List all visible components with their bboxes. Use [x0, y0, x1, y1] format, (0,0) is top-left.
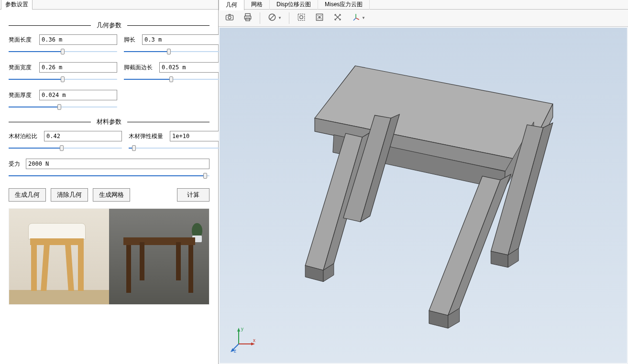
- screenshot-button[interactable]: [221, 11, 238, 25]
- svg-line-6: [270, 15, 275, 20]
- slider-poisson[interactable]: [9, 144, 122, 152]
- input-seat-width[interactable]: [39, 62, 117, 73]
- svg-line-11: [356, 18, 359, 20]
- reference-image-stool-1: [9, 209, 109, 304]
- input-seat-thickness[interactable]: [39, 90, 117, 100]
- crossed-arrows-icon: [333, 12, 342, 23]
- slider-seat-thickness[interactable]: [9, 103, 117, 111]
- circle-slash-icon: [267, 12, 277, 23]
- reference-images: [9, 208, 209, 305]
- svg-rect-7: [298, 14, 304, 20]
- axis-icon: [351, 12, 361, 23]
- zoom-region-icon: [297, 12, 306, 23]
- input-force[interactable]: [26, 159, 209, 169]
- label-seat-thickness: 凳面厚度: [9, 91, 36, 99]
- label-leg-length: 脚长: [124, 36, 139, 44]
- reference-image-stool-2: [109, 209, 209, 304]
- input-poisson[interactable]: [44, 131, 122, 141]
- label-seat-width: 凳面宽度: [9, 64, 36, 72]
- section-label-geometry: 几何参数: [91, 21, 127, 30]
- generate-geometry-button[interactable]: 生成几何: [9, 188, 46, 202]
- svg-line-12: [353, 18, 356, 21]
- label-seat-length: 凳面长度: [9, 36, 36, 44]
- fit-view-button[interactable]: [311, 11, 328, 25]
- svg-text:z: z: [234, 348, 236, 353]
- camera-icon: [225, 12, 234, 23]
- tab-mises[interactable]: Mises应力云图: [318, 0, 370, 10]
- pan-button[interactable]: [330, 11, 346, 25]
- compute-button[interactable]: 计算: [177, 188, 209, 202]
- settings-tab-row: 参数设置: [0, 0, 218, 10]
- section-label-material: 材料参数: [91, 118, 127, 126]
- settings-body: 几何参数 凳面长度 脚长: [0, 10, 218, 310]
- axis-view-button[interactable]: ▼: [348, 11, 369, 25]
- print-button[interactable]: [240, 11, 256, 25]
- chevron-down-icon: ▼: [362, 16, 365, 20]
- label-poisson: 木材泊松比: [9, 132, 41, 140]
- model-stool: [220, 28, 627, 363]
- zoom-region-button[interactable]: [293, 11, 309, 25]
- label-youngs: 木材弹性模量: [129, 132, 167, 140]
- svg-text:y: y: [241, 326, 243, 332]
- svg-point-1: [228, 16, 231, 19]
- tab-geometry[interactable]: 几何: [219, 0, 244, 11]
- slider-seat-length[interactable]: [9, 48, 117, 55]
- svg-rect-2: [245, 14, 250, 16]
- viewport-panel: 几何 网格 Disp位移云图 Mises应力云图 ▼: [219, 0, 628, 364]
- section-title-geometry: 几何参数: [9, 21, 209, 30]
- svg-marker-33: [237, 328, 240, 332]
- axis-triad: y x z: [229, 325, 258, 353]
- input-seat-length[interactable]: [39, 34, 117, 45]
- clear-geometry-button[interactable]: 清除几何: [51, 188, 88, 202]
- tab-mesh[interactable]: 网格: [244, 0, 270, 10]
- slider-seat-width[interactable]: [9, 75, 117, 83]
- fit-view-icon: [315, 12, 324, 23]
- slider-leg-length[interactable]: [124, 48, 220, 55]
- slider-force[interactable]: [9, 172, 209, 180]
- generate-mesh-button[interactable]: 生成网格: [93, 188, 130, 202]
- render-mode-button[interactable]: ▼: [264, 11, 285, 25]
- label-force: 受力: [9, 160, 23, 168]
- section-title-material: 材料参数: [9, 118, 209, 126]
- tab-displacement[interactable]: Disp位移云图: [270, 0, 318, 10]
- input-leg-length[interactable]: [142, 34, 220, 45]
- label-leg-section: 脚截面边长: [124, 64, 156, 72]
- svg-point-8: [300, 16, 303, 19]
- svg-text:x: x: [253, 338, 255, 343]
- view-tabs: 几何 网格 Disp位移云图 Mises应力云图: [219, 0, 628, 10]
- print-icon: [243, 12, 253, 23]
- settings-panel: 参数设置 几何参数 凳面长度 脚长: [0, 0, 219, 364]
- viewport-toolbar: ▼ ▼: [219, 10, 628, 27]
- chevron-down-icon: ▼: [278, 16, 282, 20]
- tab-parameter-settings[interactable]: 参数设置: [1, 0, 33, 10]
- viewport-3d[interactable]: y x z: [219, 27, 628, 364]
